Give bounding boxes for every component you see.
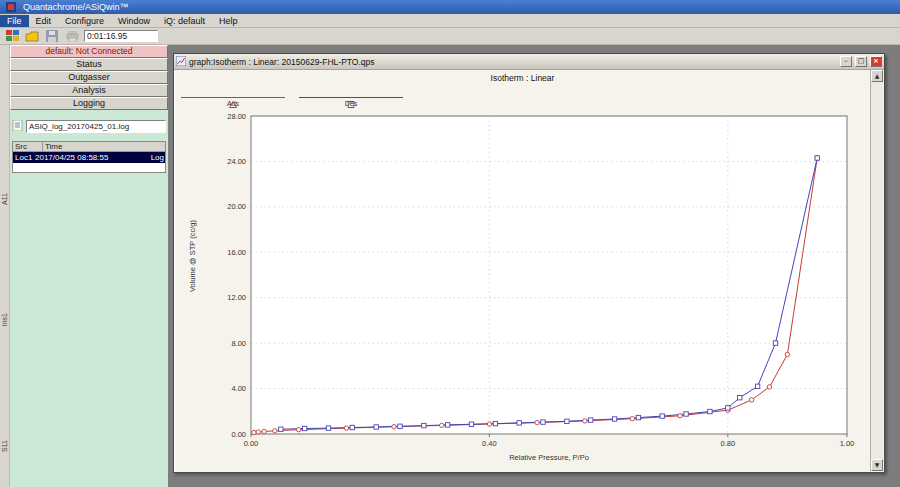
logging-button[interactable]: Logging (10, 97, 168, 110)
app-grid-icon[interactable] (4, 30, 20, 43)
scroll-down-icon[interactable]: ▼ (871, 459, 883, 471)
menu-file[interactable]: File (0, 15, 29, 27)
svg-text:24.00: 24.00 (227, 157, 246, 166)
menu-iq-default[interactable]: iQ: default (157, 15, 212, 27)
menu-bar: File Edit Configure Window iQ: default H… (0, 14, 900, 28)
graph-window-content: Isotherm : Linear AdsDes Volume @ STP (c… (175, 70, 870, 471)
vertical-tab-1[interactable]: A11 (1, 193, 8, 205)
legend-label: Ads (181, 100, 285, 107)
application-window: Quantachrome/ASiQwin™ File Edit Configur… (0, 0, 900, 487)
print-icon[interactable] (64, 30, 80, 43)
svg-text:0.00: 0.00 (244, 439, 259, 448)
app-icon (3, 1, 19, 14)
svg-text:1.00: 1.00 (840, 439, 855, 448)
status-button[interactable]: Status (10, 58, 168, 71)
column-header-time[interactable]: Time (43, 142, 165, 152)
graph-window: graph:Isotherm : Linear: 20150629-FHL-PT… (173, 53, 885, 473)
title-bar[interactable]: Quantachrome/ASiQwin™ (0, 0, 900, 14)
table-row[interactable]: Loc1 2017/04/25 08:58:55 Log (13, 152, 165, 163)
maximize-button[interactable]: □ (855, 56, 867, 67)
vertical-tab-3[interactable]: S11 (1, 440, 8, 452)
svg-text:8.00: 8.00 (231, 339, 246, 348)
x-axis-label: Relative Pressure, P/Po (251, 453, 847, 462)
menu-configure[interactable]: Configure (58, 15, 111, 27)
window-title: Quantachrome/ASiQwin™ (23, 2, 129, 12)
sidebar: default: Not Connected Status Outgasser … (10, 45, 168, 487)
log-file-name-field[interactable]: ASiQ_log_20170425_01.log (26, 120, 166, 133)
open-folder-icon[interactable] (24, 30, 40, 43)
mdi-desktop: graph:Isotherm : Linear: 20150629-FHL-PT… (168, 45, 900, 487)
svg-text:0.80: 0.80 (720, 439, 735, 448)
save-icon[interactable] (44, 30, 60, 43)
menu-edit[interactable]: Edit (29, 15, 59, 27)
vertical-tab-2[interactable]: Ins1 (1, 313, 8, 326)
legend-item-des[interactable]: Des (299, 92, 403, 109)
analysis-button[interactable]: Analysis (10, 84, 168, 97)
menu-window[interactable]: Window (111, 15, 157, 27)
column-header-src[interactable]: Src (13, 142, 43, 152)
svg-text:0.00: 0.00 (231, 430, 246, 439)
row-tag: Log (151, 153, 165, 162)
row-src: Loc1 (13, 153, 35, 162)
vertical-scrollbar[interactable]: ▲ ▼ (870, 70, 883, 471)
connection-status-button[interactable]: default: Not Connected (10, 45, 168, 58)
legend-item-ads[interactable]: Ads (181, 92, 285, 109)
outgasser-button[interactable]: Outgasser (10, 71, 168, 84)
isotherm-chart: 0.004.008.0012.0016.0020.0024.0028.000.0… (199, 108, 859, 468)
log-file-row: ASiQ_log_20170425_01.log (12, 117, 166, 135)
log-file-icon (12, 117, 23, 135)
chart-legend: AdsDes (181, 92, 403, 109)
svg-text:0.40: 0.40 (482, 439, 497, 448)
svg-text:20.00: 20.00 (227, 202, 246, 211)
svg-text:12.00: 12.00 (227, 293, 246, 302)
log-table-header: Src Time (13, 142, 165, 152)
menu-help[interactable]: Help (212, 15, 245, 27)
graph-window-title: graph:Isotherm : Linear: 20150629-FHL-PT… (189, 57, 837, 67)
timer-field[interactable]: 0:01:16.95 (84, 30, 158, 42)
vertical-tab-strip: A11 Ins1 S11 (0, 45, 10, 487)
svg-text:4.00: 4.00 (231, 384, 246, 393)
row-time: 2017/04/25 08:58:55 (35, 153, 151, 162)
chart-title: Isotherm : Linear (175, 73, 870, 83)
graph-window-icon (176, 56, 186, 68)
legend-label: Des (299, 100, 403, 107)
svg-text:16.00: 16.00 (227, 248, 246, 257)
y-axis-label: Volume @ STP (cc/g) (188, 220, 197, 292)
log-table-empty-area (13, 163, 165, 172)
graph-window-title-bar[interactable]: graph:Isotherm : Linear: 20150629-FHL-PT… (174, 54, 884, 70)
scroll-up-icon[interactable]: ▲ (871, 70, 883, 82)
log-table: Src Time Loc1 2017/04/25 08:58:55 Log (12, 141, 166, 173)
toolbar: 0:01:16.95 (0, 28, 900, 45)
minimize-button[interactable]: – (840, 56, 852, 67)
svg-text:28.00: 28.00 (227, 112, 246, 121)
close-button[interactable]: × (870, 56, 882, 67)
